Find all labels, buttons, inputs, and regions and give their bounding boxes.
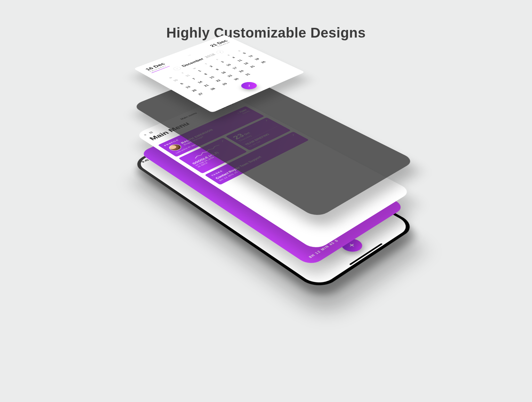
layers-icon[interactable]: ▤ bbox=[148, 131, 154, 134]
arrow-right-icon: → bbox=[185, 54, 193, 57]
prev-month-button[interactable]: ‹ bbox=[172, 66, 183, 71]
next-month-button[interactable]: › bbox=[215, 50, 225, 54]
check-icon: ✓ bbox=[245, 84, 253, 88]
year-label: 2018 bbox=[204, 53, 217, 59]
menu-icon[interactable]: ≡ bbox=[143, 134, 147, 136]
headline: Highly Customizable Designs bbox=[0, 25, 532, 41]
status-time: 9:41 bbox=[141, 159, 150, 163]
confirm-button[interactable]: ✓ bbox=[238, 81, 260, 91]
